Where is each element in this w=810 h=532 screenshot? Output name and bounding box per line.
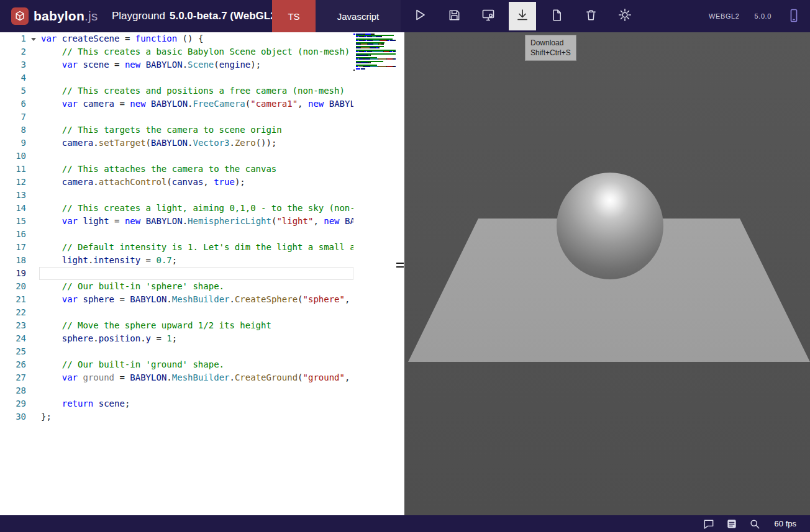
code-line[interactable]: 16 xyxy=(0,228,404,241)
fold-gutter xyxy=(26,410,41,423)
code-line[interactable]: 12 camera.attachControl(canvas, true); xyxy=(0,176,404,189)
code-text: // Our built-in 'ground' shape. xyxy=(41,358,224,371)
fold-gutter xyxy=(26,150,41,163)
code-text: var sphere = BABYLON.MeshBuilder.CreateS… xyxy=(41,293,404,306)
fold-gutter xyxy=(26,189,41,202)
line-number: 22 xyxy=(0,306,26,319)
code-line[interactable]: 30}; xyxy=(0,410,404,423)
render-canvas[interactable] xyxy=(404,32,810,515)
fold-gutter xyxy=(26,176,41,189)
code-lines[interactable]: 1var createScene = function () {2 // Thi… xyxy=(0,32,404,423)
fold-gutter xyxy=(26,110,41,124)
fold-gutter xyxy=(26,358,41,371)
code-text: // This creates a basic Babylon Scene ob… xyxy=(41,45,350,58)
save-button[interactable] xyxy=(440,2,468,30)
line-number: 16 xyxy=(0,228,26,241)
code-line[interactable]: 15 var light = new BABYLON.HemisphericLi… xyxy=(0,215,404,228)
babylon-playground-app: babylon.js Playground 5.0.0-beta.7 (WebG… xyxy=(0,0,810,532)
code-line[interactable]: 21 var sphere = BABYLON.MeshBuilder.Crea… xyxy=(0,293,404,306)
line-number: 30 xyxy=(0,410,26,423)
code-line[interactable]: 11 // This attaches the camera to the ca… xyxy=(0,163,404,176)
code-line[interactable]: 18 light.intensity = 0.7; xyxy=(0,254,404,267)
line-number: 25 xyxy=(0,345,26,358)
code-line[interactable]: 19 xyxy=(0,267,404,280)
qr-code-button[interactable] xyxy=(786,8,801,24)
line-number: 18 xyxy=(0,254,26,267)
code-line[interactable]: 2 // This creates a basic Babylon Scene … xyxy=(0,45,404,58)
code-text: var light = new BABYLON.HemisphericLight… xyxy=(41,215,404,228)
code-line[interactable]: 4 xyxy=(0,71,404,84)
babylon-logo-icon xyxy=(11,7,29,25)
code-line[interactable]: 20 // Our built-in 'sphere' shape. xyxy=(0,280,404,293)
run-button[interactable] xyxy=(406,2,434,30)
fold-gutter xyxy=(26,124,41,137)
code-text: // This targets the camera to scene orig… xyxy=(41,124,282,137)
code-line[interactable]: 9 camera.setTarget(BABYLON.Vector3.Zero(… xyxy=(0,137,404,150)
code-line[interactable]: 22 xyxy=(0,306,404,319)
fold-gutter xyxy=(26,202,41,215)
code-line[interactable]: 6 var camera = new BABYLON.FreeCamera("c… xyxy=(0,97,404,110)
code-line[interactable]: 5 // This creates and positions a free c… xyxy=(0,84,404,97)
code-line[interactable]: 24 sphere.position.y = 1; xyxy=(0,332,404,345)
language-select[interactable]: Javascript xyxy=(316,0,401,32)
code-line[interactable]: 29 return scene; xyxy=(0,397,404,410)
code-line[interactable]: 27 var ground = BABYLON.MeshBuilder.Crea… xyxy=(0,371,404,384)
line-number: 5 xyxy=(0,84,26,97)
code-text: // This creates a light, aiming 0,1,0 - … xyxy=(41,202,381,215)
new-button[interactable] xyxy=(543,2,570,30)
fold-gutter xyxy=(26,58,41,71)
comments-button[interactable] xyxy=(702,517,716,531)
line-number: 9 xyxy=(0,137,26,150)
code-line[interactable]: 7 xyxy=(0,110,404,124)
delete-button[interactable] xyxy=(577,2,604,30)
typescript-toggle-button[interactable]: TS xyxy=(272,0,316,32)
minimap-content xyxy=(353,32,396,71)
code-line[interactable]: 13 xyxy=(0,189,404,202)
fold-gutter xyxy=(26,45,41,58)
code-line[interactable]: 17 // Default intensity is 1. Let's dim … xyxy=(0,241,404,254)
code-line[interactable]: 26 // Our built-in 'ground' shape. xyxy=(0,358,404,371)
line-number: 6 xyxy=(0,97,26,110)
code-line[interactable]: 8 // This targets the camera to scene or… xyxy=(0,124,404,137)
minimap[interactable] xyxy=(353,32,396,515)
line-number: 10 xyxy=(0,150,26,163)
code-text: // Default intensity is 1. Let's dim the… xyxy=(41,241,381,254)
header-right: WEBGL2 5.0.0 xyxy=(709,0,801,32)
fold-gutter xyxy=(26,163,41,176)
webgl-badge: WEBGL2 xyxy=(709,12,739,20)
download-button[interactable] xyxy=(509,2,536,30)
docs-button[interactable] xyxy=(725,517,739,531)
split-divider[interactable] xyxy=(396,32,404,515)
code-editor[interactable]: 1var createScene = function () {2 // Thi… xyxy=(0,32,404,515)
line-number: 27 xyxy=(0,371,26,384)
tooltip-shortcut: Shift+Ctrl+S xyxy=(530,48,571,58)
status-bar: 60 fps xyxy=(0,515,810,532)
sphere-mesh xyxy=(557,173,663,279)
fold-gutter xyxy=(26,371,41,384)
fold-gutter xyxy=(26,384,41,397)
fold-gutter xyxy=(26,228,41,241)
code-text: // This attaches the camera to the canva… xyxy=(41,163,276,176)
code-line[interactable]: 25 xyxy=(0,345,404,358)
app-logo[interactable]: babylon.js xyxy=(11,0,98,32)
chevron-down-icon xyxy=(31,38,36,43)
code-line[interactable]: 14 // This creates a light, aiming 0,1,0… xyxy=(0,202,404,215)
settings-button[interactable] xyxy=(611,2,639,30)
trash-icon xyxy=(584,8,598,25)
code-line[interactable]: 3 var scene = new BABYLON.Scene(engine); xyxy=(0,58,404,71)
playground-version: 5.0.0-beta.7 (WebGL2) xyxy=(170,10,280,22)
inspector-icon xyxy=(481,7,496,25)
fold-gutter xyxy=(26,280,41,293)
inspector-button[interactable] xyxy=(475,2,502,30)
code-line[interactable]: 23 // Move the sphere upward 1/2 its hei… xyxy=(0,319,404,332)
code-line[interactable]: 10 xyxy=(0,150,404,163)
fold-gutter xyxy=(26,97,41,110)
line-number: 4 xyxy=(0,71,26,84)
search-button[interactable] xyxy=(748,517,762,531)
fold-gutter xyxy=(26,332,41,345)
download-tooltip: Download Shift+Ctrl+S xyxy=(525,35,576,61)
code-line[interactable]: 1var createScene = function () { xyxy=(0,32,404,45)
divider-handle-icon xyxy=(396,263,404,270)
code-line[interactable]: 28 xyxy=(0,384,404,397)
fold-gutter[interactable] xyxy=(26,32,41,45)
